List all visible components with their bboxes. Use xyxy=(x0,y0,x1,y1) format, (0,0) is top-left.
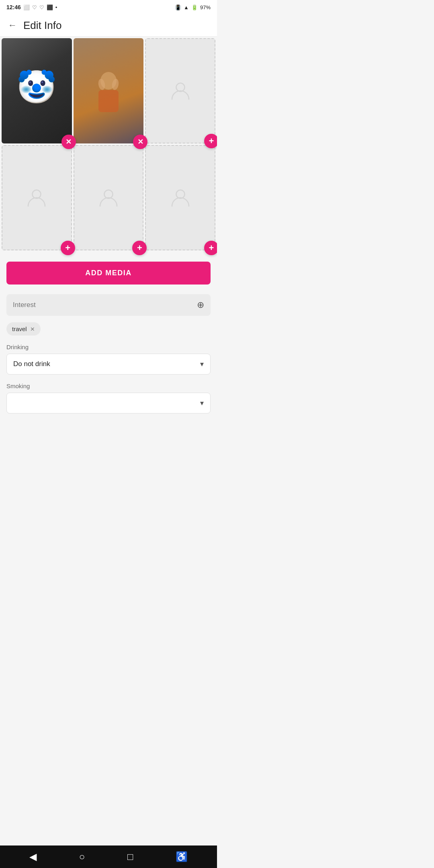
drinking-value: Do not drink xyxy=(13,360,50,368)
smoking-dropdown-arrow-icon: ▾ xyxy=(200,399,204,407)
dropdown-arrow-icon: ▾ xyxy=(200,360,204,368)
harley-photo xyxy=(74,38,144,143)
wifi-icon: ▲ xyxy=(184,4,189,10)
svg-rect-1 xyxy=(98,90,119,112)
status-right: 📳 ▲ 🔋 97% xyxy=(175,4,211,10)
photo-cell-5: + xyxy=(74,145,144,250)
svg-point-7 xyxy=(176,190,184,199)
add-photo-4-button[interactable]: + xyxy=(61,241,75,255)
svg-point-4 xyxy=(176,83,184,92)
page-title: Edit Info xyxy=(23,19,61,32)
add-photo-5-button[interactable]: + xyxy=(132,241,147,255)
drinking-label: Drinking xyxy=(6,344,211,350)
add-photo-3-button[interactable]: + xyxy=(204,134,217,148)
notification-icon-4: ⬛ xyxy=(47,4,53,10)
tag-travel: travel ✕ xyxy=(6,322,41,336)
top-bar: ← Edit Info xyxy=(0,14,217,37)
remove-photo-1-button[interactable]: ✕ xyxy=(61,135,76,149)
placeholder-icon-6 xyxy=(169,186,192,209)
add-photo-6-button[interactable]: + xyxy=(204,241,217,255)
drinking-dropdown[interactable]: Do not drink ▾ xyxy=(6,354,211,375)
smoking-dropdown[interactable]: ▾ xyxy=(6,393,211,414)
status-bar: 12:46 ⬜ ♡ ♡ ⬛ • 📳 ▲ 🔋 97% xyxy=(0,0,217,14)
smoking-section: Smoking ▾ xyxy=(0,375,217,414)
tags-row: travel ✕ xyxy=(0,316,217,336)
photo-cell-6: + xyxy=(145,145,215,250)
back-button[interactable]: ← xyxy=(6,18,18,32)
photo-cell-4: + xyxy=(2,145,72,250)
vibrate-icon: 📳 xyxy=(175,4,181,10)
battery-icon: 🔋 xyxy=(191,4,198,10)
placeholder-icon-3 xyxy=(169,80,192,102)
interest-input[interactable] xyxy=(13,301,197,309)
notification-icon-3: ♡ xyxy=(39,4,44,10)
dot-icon: • xyxy=(55,4,57,10)
placeholder-icon-4 xyxy=(25,186,48,209)
drinking-section: Drinking Do not drink ▾ xyxy=(0,336,217,375)
svg-point-5 xyxy=(33,190,41,199)
notification-icon-2: ♡ xyxy=(32,4,37,10)
tag-remove-travel-button[interactable]: ✕ xyxy=(30,326,35,332)
clown-photo xyxy=(2,38,72,143)
photo-cell-2: ✕ xyxy=(74,38,144,143)
tag-label: travel xyxy=(12,326,27,332)
interest-add-icon[interactable]: ⊕ xyxy=(197,300,204,310)
battery-level: 97% xyxy=(200,4,211,10)
interest-section: ⊕ xyxy=(0,285,217,316)
placeholder-icon-5 xyxy=(97,186,120,209)
harley-silhouette xyxy=(90,67,127,115)
smoking-label: Smoking xyxy=(6,383,211,389)
photo-grid: ✕ ✕ + + xyxy=(0,37,217,252)
notification-icon-1: ⬜ xyxy=(23,4,30,10)
photo-cell-3: + xyxy=(145,38,215,143)
photo-cell-1: ✕ xyxy=(2,38,72,143)
svg-point-6 xyxy=(104,190,113,199)
status-time: 12:46 xyxy=(6,4,21,10)
interest-input-wrap: ⊕ xyxy=(6,294,211,316)
add-media-button[interactable]: ADD MEDIA xyxy=(6,262,211,285)
status-left: 12:46 ⬜ ♡ ♡ ⬛ • xyxy=(6,4,57,10)
